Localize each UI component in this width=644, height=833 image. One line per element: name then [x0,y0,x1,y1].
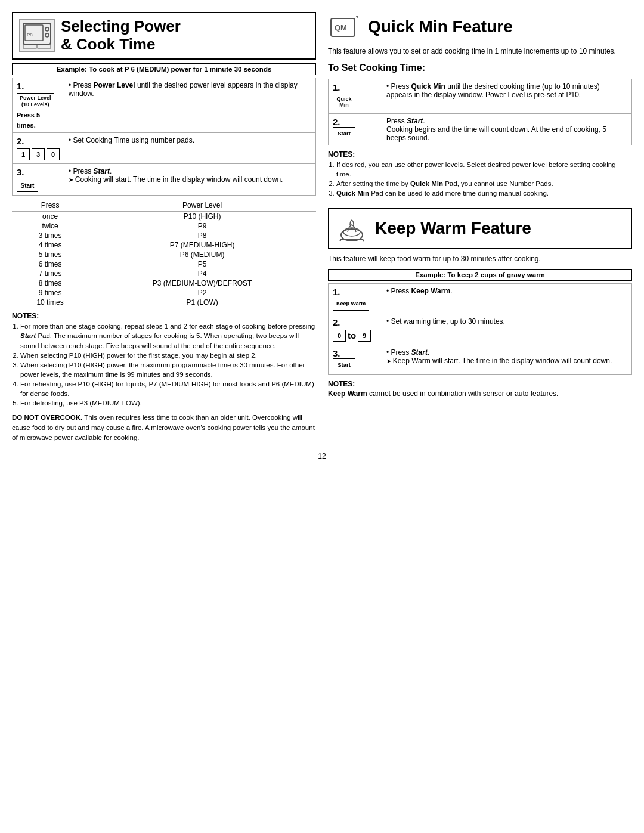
qm-note-2: After setting the time by Quick Min Pad,… [336,179,632,188]
example-bar: Example: To cook at P 6 (MEDIUM) power f… [12,63,316,75]
qm-note-1: If desired, you can use other power leve… [336,160,632,179]
kw-key-0: 0 [333,330,346,342]
svg-line-14 [340,239,341,241]
num-pad: 1 3 0 [17,148,60,160]
keep-warm-desc: This feature will keep food warm for up … [328,254,632,264]
pl-row-7: 7 times P4 [12,269,316,278]
press-5-times: Press 5 times. [17,112,40,129]
to-set-cooking-title: To Set Cooking Time: [328,63,632,75]
kw-step-3-instruction: • Press Start. Keep Warm will start. The… [382,345,632,374]
qm-steps-table: 1. QuickMin • Press Quick Min until the … [328,79,632,145]
quick-min-button: QuickMin [333,95,355,110]
steps-table: 1. Power Level(10 Levels) Press 5 times.… [12,78,316,196]
step-1-num: 1. Power Level(10 Levels) Press 5 times. [13,78,64,133]
pl-row-1: once P10 (HIGH) [12,212,316,222]
power-level-table: Press Power Level once P10 (HIGH) twice … [12,200,316,307]
quick-min-icon: QM [328,12,361,42]
pl-row-5: 5 times P6 (MEDIUM) [12,250,316,259]
key-3: 3 [32,148,45,160]
key-1: 1 [17,148,30,160]
pl-col-level: Power Level [88,200,316,212]
do-not-overcook: DO NOT OVERCOOK. This oven requires less… [12,413,316,442]
keep-warm-header: Keep Warm Feature [328,208,632,249]
left-column: P8 Selecting Power & Cook Time Example: … [12,12,316,442]
note-5: For defrosting, use P3 (MEDIUM-LOW). [20,398,316,408]
pl-row-8: 8 times P3 (MEDIUM-LOW)/DEFROST [12,278,316,288]
kw-notes: NOTES: Keep Warm cannot be used in combi… [328,380,632,398]
step-3-row: 3. Start • Press Start. Cooking will sta… [13,164,316,196]
start-button-left: Start [17,179,38,192]
svg-line-15 [363,239,364,241]
keep-warm-icon [335,213,368,243]
note-4: For reheating, use P10 (HIGH) for liquid… [20,379,316,398]
qm-notes-title: NOTES: [328,150,632,159]
qm-step-1: 1. QuickMin • Press Quick Min until the … [329,79,632,113]
step-3-instruction: • Press Start. Cooking will start. The t… [64,164,316,196]
pl-col-press: Press [12,200,88,212]
note-1: For more than one stage cooking, repeat … [20,321,316,350]
step-2-num: 2. 1 3 0 [13,133,64,164]
step-2-instruction: • Set Cooking Time using number pads. [64,133,316,164]
kw-step-1: 1. Keep Warm • Press Keep Warm. [329,283,632,314]
pl-row-4: 4 times P7 (MEDIUM-HIGH) [12,240,316,250]
kw-step-2-num: 2. 0 to 9 [329,314,382,345]
right-column: QM Quick Min Feature This feature allows… [328,12,632,442]
svg-rect-5 [23,44,36,48]
qm-step-1-instruction: • Press Quick Min until the desired cook… [382,79,632,113]
keep-warm-button: Keep Warm [333,298,369,311]
left-notes-list: For more than one stage cooking, repeat … [12,321,316,408]
kw-example-bar: Example: To keep 2 cups of gravy warm [328,269,632,281]
qm-notes-list: If desired, you can use other power leve… [328,160,632,198]
kw-step-3-sub: Keep Warm will start. The time in the di… [386,357,612,365]
qm-start-button: Start [333,127,355,140]
pl-row-10: 10 times P1 (LOW) [12,298,316,307]
kw-number-range: 0 to 9 [333,330,377,342]
kw-key-9: 9 [358,330,371,342]
kw-steps-table: 1. Keep Warm • Press Keep Warm. 2. 0 to … [328,283,632,375]
qm-step-2-instruction: Press Start. Cooking begins and the time… [382,113,632,145]
svg-text:QM: QM [335,23,347,32]
step-1-instruction: • Press Power Level until the desired po… [64,78,316,133]
page-container: P8 Selecting Power & Cook Time Example: … [12,12,632,442]
quick-min-header: QM Quick Min Feature [328,12,632,42]
pl-row-6: 6 times P5 [12,259,316,269]
microwave-icon: P8 [19,19,55,52]
selecting-power-header: P8 Selecting Power & Cook Time [12,12,316,60]
kw-step-3: 3. Start • Press Start. Keep Warm will s… [329,345,632,374]
kw-step-3-num: 3. Start [329,345,382,374]
left-notes: NOTES: For more than one stage cooking, … [12,312,316,408]
pl-header-row: Press Power Level [12,200,316,212]
svg-point-2 [45,27,49,31]
quick-min-title: Quick Min Feature [368,17,513,36]
pl-row-3: 3 times P8 [12,231,316,240]
note-2: When selecting P10 (HIGH) power for the … [20,351,316,360]
kw-notes-text: Keep Warm cannot be used in combination … [328,389,632,398]
step-3-sub: Cooking will start. The time in the disp… [69,175,283,184]
qm-step-2-num: 2. Start [329,113,382,145]
pl-row-9: 9 times P2 [12,288,316,298]
kw-step-2-instruction: • Set warming time, up to 30 minutes. [382,314,632,345]
qm-step-1-num: 1. QuickMin [329,79,382,113]
qm-notes: NOTES: If desired, you can use other pow… [328,150,632,198]
kw-step-1-num: 1. Keep Warm [329,283,382,314]
notes-title-left: NOTES: [12,312,316,320]
step-2-row: 2. 1 3 0 • Set Cooking Time using number… [13,133,316,164]
pl-row-2: twice P9 [12,221,316,231]
key-0: 0 [47,148,60,160]
step-3-num: 3. Start [13,164,64,196]
quick-min-desc: This feature allows you to set or add co… [328,47,632,57]
svg-point-3 [45,33,49,37]
page-number: 12 [12,452,632,460]
kw-step-2: 2. 0 to 9 • Set warming time, up to 30 m… [329,314,632,345]
keep-warm-title: Keep Warm Feature [375,219,531,238]
svg-rect-6 [38,44,51,48]
selecting-power-title: Selecting Power & Cook Time [61,18,181,54]
qm-step-2: 2. Start Press Start. Cooking begins and… [329,113,632,145]
step-1-row: 1. Power Level(10 Levels) Press 5 times.… [13,78,316,133]
svg-text:P8: P8 [27,32,33,38]
kw-step-1-instruction: • Press Keep Warm. [382,283,632,314]
note-3: When selecting P10 (HIGH) power, the max… [20,360,316,379]
qm-note-3: Quick Min Pad can be used to add more ti… [336,188,632,198]
power-level-button: Power Level(10 Levels) [17,93,54,110]
kw-notes-title: NOTES: [328,380,632,388]
